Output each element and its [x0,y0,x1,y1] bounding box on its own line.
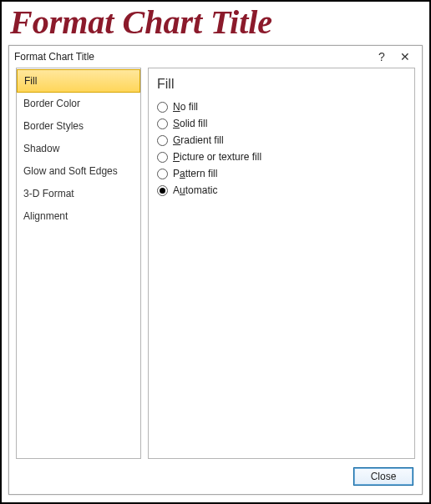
sidebar-item-border-color[interactable]: Border Color [17,93,140,115]
dialog-titlebar: Format Chart Title ? ✕ [9,46,422,68]
radio-button-icon [157,102,168,113]
radio-label: No fill [173,101,198,113]
radio-label: Solid fill [173,118,207,129]
close-button[interactable]: Close [353,467,413,486]
radio-automatic[interactable]: Automatic [157,182,406,199]
radio-no-fill[interactable]: No fill [157,98,406,115]
radio-label: Picture or texture fill [173,151,261,163]
radio-button-icon [157,118,168,129]
radio-picture-or-texture-fill[interactable]: Picture or texture fill [157,149,406,165]
radio-button-icon [157,135,168,146]
dialog-footer: Close [9,462,422,494]
radio-pattern-fill[interactable]: Pattern fill [157,165,406,182]
help-button[interactable]: ? [370,50,393,63]
radio-button-icon [157,185,168,196]
dialog-format-chart-title: Format Chart Title ? ✕ FillBorder ColorB… [8,45,423,495]
dialog-body: FillBorder ColorBorder StylesShadowGlow … [9,68,422,462]
sidebar: FillBorder ColorBorder StylesShadowGlow … [16,68,141,459]
dialog-title-text: Format Chart Title [14,51,94,63]
sidebar-item-border-styles[interactable]: Border Styles [17,115,140,138]
close-icon[interactable]: ✕ [393,50,417,63]
content-panel: Fill No fillSolid fillGradient fillPictu… [148,68,415,459]
radio-gradient-fill[interactable]: Gradient fill [157,132,406,149]
radio-button-icon [157,152,168,163]
page-title: Format Chart Title [2,2,429,42]
radio-button-icon [157,169,168,179]
sidebar-item-shadow[interactable]: Shadow [17,138,140,160]
content-heading: Fill [157,77,406,92]
sidebar-item-fill[interactable]: Fill [17,69,140,93]
radio-label: Automatic [173,184,217,196]
radio-dot-icon [160,188,165,194]
sidebar-item-glow-and-soft-edges[interactable]: Glow and Soft Edges [17,160,140,183]
sidebar-item-alignment[interactable]: Alignment [17,205,140,228]
sidebar-item-3-d-format[interactable]: 3-D Format [17,183,140,205]
fill-options-group: No fillSolid fillGradient fillPicture or… [157,98,406,199]
radio-label: Gradient fill [173,134,224,146]
radio-solid-fill[interactable]: Solid fill [157,115,406,132]
radio-label: Pattern fill [173,168,217,179]
